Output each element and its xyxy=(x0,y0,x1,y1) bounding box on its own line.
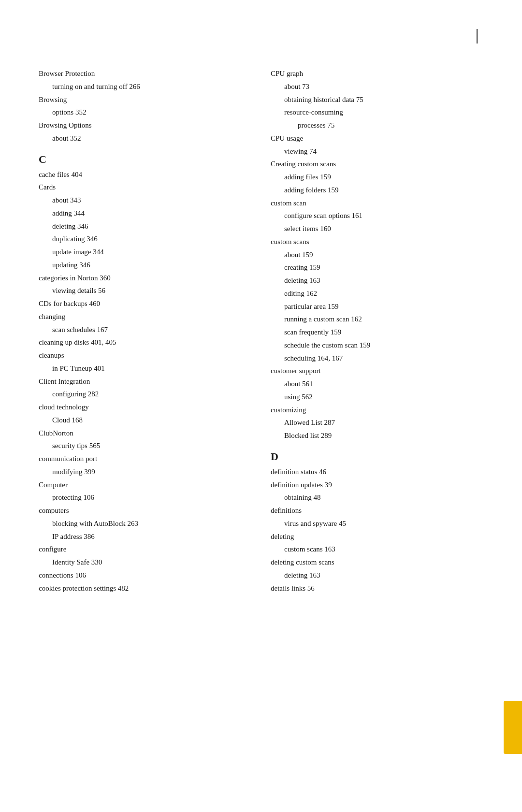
right-column: CPU graphabout 73obtaining historical da… xyxy=(271,68,483,595)
index-entry-main: definitions xyxy=(271,505,483,517)
index-entry-main: customer support xyxy=(271,365,483,377)
index-entry-sub: options 352 xyxy=(39,106,251,118)
index-entry-main: categories in Norton 360 xyxy=(39,272,251,284)
index-entry-sub: configuring 282 xyxy=(39,388,251,400)
index-entry-sub: running a custom scan 162 xyxy=(271,313,483,325)
section-letter: D xyxy=(271,450,483,463)
page: Browser Protectionturning on and turning… xyxy=(0,0,522,812)
index-entry-sub: resource-consuming xyxy=(271,106,483,118)
index-entry-sub: about 73 xyxy=(271,81,483,93)
index-entry-main: custom scan xyxy=(271,197,483,209)
index-entry-main: cookies protection settings 482 xyxy=(39,582,251,594)
index-entry-sub: virus and spyware 45 xyxy=(271,518,483,530)
index-entry-sub: modifying 399 xyxy=(39,466,251,478)
index-entry-main: Browsing Options xyxy=(39,119,251,131)
index-entry-sub: protecting 106 xyxy=(39,492,251,504)
index-entry-main: ClubNorton xyxy=(39,427,251,439)
index-entry-sub: updating 346 xyxy=(39,259,251,271)
index-entry-sub: security tips 565 xyxy=(39,440,251,452)
index-entry-sub: in PC Tuneup 401 xyxy=(39,362,251,375)
index-entry-main: changing xyxy=(39,311,251,323)
index-entry-main: deleting xyxy=(271,531,483,543)
index-entry-main: configure xyxy=(39,543,251,555)
index-entry-main: Creating custom scans xyxy=(271,158,483,170)
index-entry-sub: schedule the custom scan 159 xyxy=(271,339,483,351)
index-entry-sub: editing 162 xyxy=(271,288,483,300)
index-entry-main: cache files 404 xyxy=(39,169,251,181)
index-entry-sub: configure scan options 161 xyxy=(271,210,483,222)
index-entry-main: customizing xyxy=(271,404,483,416)
index-entry-sub: deleting 346 xyxy=(39,220,251,232)
index-entry-sub: obtaining historical data 75 xyxy=(271,94,483,106)
index-entry-sub: about 159 xyxy=(271,249,483,261)
index-entry-sub: adding files 159 xyxy=(271,171,483,183)
index-content: Browser Protectionturning on and turning… xyxy=(39,68,483,595)
index-entry-main: CPU graph xyxy=(271,68,483,80)
index-entry-main: details links 56 xyxy=(271,582,483,594)
index-entry-main: Computer xyxy=(39,479,251,491)
index-entry-sub: IP address 386 xyxy=(39,531,251,543)
index-entry-sub: scheduling 164, 167 xyxy=(271,352,483,364)
yellow-tab xyxy=(504,701,522,754)
index-entry-main: cleanups xyxy=(39,349,251,362)
index-entry-sub: turning on and turning off 266 xyxy=(39,81,251,93)
index-entry-main: definition status 46 xyxy=(271,466,483,478)
index-entry-main: Browsing xyxy=(39,94,251,106)
index-entry-sub: duplicating 346 xyxy=(39,233,251,245)
index-entry-main: Cards xyxy=(39,181,251,193)
index-entry-main: cloud technology xyxy=(39,401,251,413)
index-entry-sub: blocking with AutoBlock 263 xyxy=(39,518,251,530)
index-entry-sub: obtaining 48 xyxy=(271,492,483,504)
index-entry-sub: particular area 159 xyxy=(271,301,483,313)
index-entry-sub: adding folders 159 xyxy=(271,184,483,196)
index-entry-sub: update image 344 xyxy=(39,246,251,258)
index-entry-sub: about 561 xyxy=(271,378,483,390)
index-entry-main: connections 106 xyxy=(39,569,251,581)
index-entry-sub: about 343 xyxy=(39,194,251,206)
index-entry-sub: deleting 163 xyxy=(271,275,483,287)
section-letter: C xyxy=(39,153,251,166)
index-entry-main: communication port xyxy=(39,453,251,465)
index-entry-main: Browser Protection xyxy=(39,68,251,80)
index-entry-main: CPU usage xyxy=(271,132,483,145)
index-entry-sub: custom scans 163 xyxy=(271,543,483,555)
index-entry-sub2: processes 75 xyxy=(271,119,483,131)
index-entry-sub: scan frequently 159 xyxy=(271,326,483,338)
header-divider xyxy=(477,29,478,44)
index-entry-sub: Blocked list 289 xyxy=(271,430,483,442)
index-entry-sub: select items 160 xyxy=(271,223,483,235)
index-entry-main: Client Integration xyxy=(39,376,251,388)
index-entry-sub: creating 159 xyxy=(271,261,483,274)
index-entry-sub: adding 344 xyxy=(39,207,251,219)
index-entry-sub: about 352 xyxy=(39,132,251,145)
index-entry-main: deleting custom scans xyxy=(271,556,483,568)
index-entry-main: custom scans xyxy=(271,236,483,248)
index-entry-sub: deleting 163 xyxy=(271,569,483,581)
index-entry-sub: Allowed List 287 xyxy=(271,417,483,429)
index-entry-sub: scan schedules 167 xyxy=(39,324,251,336)
index-entry-sub: viewing details 56 xyxy=(39,285,251,297)
left-column: Browser Protectionturning on and turning… xyxy=(39,68,251,595)
page-header xyxy=(39,29,483,48)
index-entry-main: definition updates 39 xyxy=(271,479,483,491)
index-entry-sub: viewing 74 xyxy=(271,145,483,158)
index-entry-main: cleaning up disks 401, 405 xyxy=(39,336,251,348)
index-entry-main: computers xyxy=(39,505,251,517)
index-entry-sub: Cloud 168 xyxy=(39,414,251,426)
index-entry-sub: using 562 xyxy=(271,391,483,403)
index-entry-sub: Identity Safe 330 xyxy=(39,556,251,568)
index-entry-main: CDs for backups 460 xyxy=(39,298,251,310)
